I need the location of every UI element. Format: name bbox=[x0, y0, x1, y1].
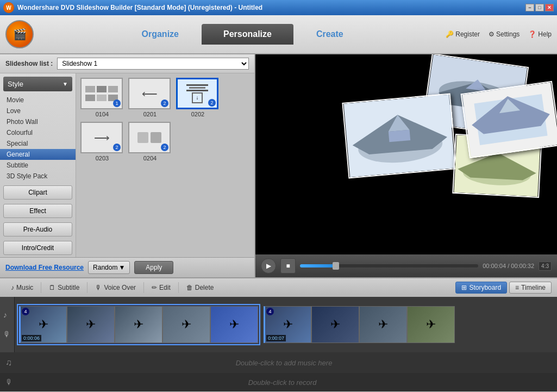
music-hint-text: Double-click to add music here bbox=[16, 359, 552, 367]
apply-button[interactable]: Apply bbox=[134, 261, 173, 274]
sidebar-item-subtitle[interactable]: Subtitle bbox=[0, 160, 76, 171]
progress-thumb[interactable] bbox=[333, 262, 339, 270]
slideshow-bar: Slideshow list : Slideshow 1 bbox=[0, 54, 254, 73]
music-icon: ♪ bbox=[11, 284, 14, 291]
thumb-inner-8: ✈ bbox=[360, 307, 406, 343]
settings-icon: ⚙ bbox=[489, 30, 495, 38]
storyboard-thumb-3[interactable]: ✈ bbox=[115, 306, 162, 343]
style-item-0202[interactable]: ↓ 2 0202 bbox=[176, 78, 220, 117]
jet-icon-5: ✈ bbox=[229, 318, 239, 332]
divider-3 bbox=[143, 282, 144, 293]
register-button[interactable]: 🔑 Register bbox=[446, 30, 480, 38]
jet-icon-2: ✈ bbox=[86, 318, 96, 332]
stop-button[interactable]: ■ bbox=[280, 258, 296, 273]
delete-tab[interactable]: 🗑 Delete bbox=[181, 282, 220, 294]
minimize-button[interactable]: − bbox=[525, 4, 534, 11]
music-area[interactable]: ♫ Double-click to add music here bbox=[0, 352, 557, 373]
storyboard-thumb-5[interactable]: ✈ bbox=[210, 306, 258, 343]
storyboard-thumb-2[interactable]: ✈ bbox=[67, 306, 115, 343]
grid-icon: ⊞ bbox=[461, 284, 467, 291]
sidebar-item-photowall[interactable]: Photo Wall bbox=[0, 116, 76, 127]
title-bar-buttons: − □ ✕ bbox=[525, 4, 554, 11]
record-area[interactable]: 🎙 Double-click to record bbox=[0, 373, 557, 391]
style-label-0204: 0204 bbox=[128, 155, 172, 161]
divider-1 bbox=[41, 282, 41, 293]
storyboard-thumb-4[interactable]: ✈ bbox=[162, 306, 210, 343]
tab-personalize[interactable]: Personalize bbox=[202, 24, 293, 45]
timeline-header: ♪ Music 🗒 Subtitle 🎙 Voice Over ✏ Edit 🗑… bbox=[0, 277, 557, 297]
storyboard-thumb-9[interactable]: ✈ bbox=[407, 306, 455, 343]
music-note-icon: ♫ bbox=[5, 358, 12, 368]
style-item-0203[interactable]: ⟶ 2 0203 bbox=[80, 122, 124, 161]
jet-icon-1: ✈ bbox=[39, 318, 48, 332]
tab-create[interactable]: Create bbox=[295, 24, 365, 45]
style-thumb-0202[interactable]: ↓ 2 bbox=[176, 78, 218, 109]
time-total: 00:00:32 bbox=[511, 263, 534, 269]
jet-icon-7: ✈ bbox=[330, 318, 340, 332]
style-item-0104[interactable]: 1 0104 bbox=[80, 78, 124, 117]
timeline-area: ♪ Music 🗒 Subtitle 🎙 Voice Over ✏ Edit 🗑… bbox=[0, 277, 557, 391]
preaudio-button[interactable]: Pre-Audio bbox=[3, 222, 72, 237]
storyboard-thumb-7[interactable]: ✈ bbox=[311, 306, 359, 343]
maximize-button[interactable]: □ bbox=[535, 4, 544, 11]
sidebar-item-myfav[interactable]: My Favorite bbox=[0, 182, 76, 183]
effect-button[interactable]: Effect bbox=[3, 204, 72, 218]
tab-organize[interactable]: Organize bbox=[120, 24, 201, 45]
slideshow-label: Slideshow list : bbox=[5, 60, 53, 67]
style-thumb-0204[interactable]: 2 bbox=[128, 122, 171, 153]
microphone-icon: 🎙 bbox=[5, 378, 13, 387]
close-button[interactable]: ✕ bbox=[545, 4, 554, 11]
help-button[interactable]: ❓ Help bbox=[528, 30, 552, 38]
mic-track-icon: 🎙 bbox=[3, 330, 11, 339]
style-thumb-0104[interactable]: 1 bbox=[80, 78, 123, 109]
voiceover-tab[interactable]: 🎙 Voice Over bbox=[90, 282, 141, 294]
view-buttons: ⊞ Storyboard ≡ Timeline bbox=[455, 282, 552, 294]
preview-photo-2 bbox=[342, 94, 456, 179]
settings-button[interactable]: ⚙ Settings bbox=[489, 30, 520, 38]
music-tab[interactable]: ♪ Music bbox=[5, 282, 39, 294]
thumb-badge-1: 4 bbox=[22, 308, 29, 315]
style-label-0104: 0104 bbox=[80, 111, 124, 117]
style-item-0201[interactable]: ⟵ 2 0201 bbox=[128, 78, 172, 117]
random-button[interactable]: Random ▼ bbox=[88, 261, 130, 274]
sidebar-list: Movie Love Photo Wall Colourful Special … bbox=[0, 95, 76, 183]
music-track-icon: ♪ bbox=[3, 310, 11, 319]
storyboard-label: Storyboard bbox=[469, 284, 501, 291]
sidebar-item-general[interactable]: General bbox=[0, 149, 76, 160]
sidebar-item-love[interactable]: Love bbox=[0, 105, 76, 116]
timeline-label: Timeline bbox=[521, 284, 546, 291]
timeline-view-button[interactable]: ≡ Timeline bbox=[509, 282, 552, 294]
left-panel-bottom: Download Free Resource Random ▼ Apply bbox=[0, 257, 254, 277]
style-thumb-0203[interactable]: ⟶ 2 bbox=[80, 122, 123, 153]
style-grid: 1 0104 ⟵ 2 0201 bbox=[76, 73, 254, 257]
clipart-button[interactable]: Clipart bbox=[3, 185, 72, 200]
sidebar-item-movie[interactable]: Movie bbox=[0, 95, 76, 105]
style-dropdown[interactable]: Style ▼ bbox=[3, 77, 72, 91]
preview-controls: ▶ ■ 00:00:04 / 00:00:32 4:3 bbox=[255, 254, 557, 277]
style-item-0204[interactable]: 2 0204 bbox=[128, 122, 172, 161]
sidebar-item-special[interactable]: Special bbox=[0, 138, 76, 149]
chevron-down-icon: ▼ bbox=[62, 81, 68, 87]
storyboard-thumb-6[interactable]: ✈ 4 0:00:07 bbox=[264, 306, 311, 343]
slideshow-select[interactable]: Slideshow 1 bbox=[57, 58, 249, 70]
edit-tab[interactable]: ✏ Edit bbox=[146, 282, 176, 294]
storyboard-left: ♪ 🎙 bbox=[0, 297, 15, 352]
introcredit-button[interactable]: Intro/Credit bbox=[3, 241, 72, 255]
subtitle-tab[interactable]: 🗒 Subtitle bbox=[43, 282, 85, 294]
download-link[interactable]: Download Free Resource bbox=[5, 264, 84, 271]
style-badge-0201: 2 bbox=[161, 99, 168, 107]
play-button[interactable]: ▶ bbox=[261, 258, 276, 273]
app-logo: 🎬 bbox=[5, 20, 34, 48]
storyboard-thumb-1[interactable]: ✈ 4 0:00:06 bbox=[19, 306, 67, 343]
app-logo-small: W bbox=[3, 2, 14, 13]
sidebar-item-3dstyle[interactable]: 3D Style Pack bbox=[0, 171, 76, 182]
style-badge-0204: 2 bbox=[161, 144, 168, 151]
style-thumb-0201[interactable]: ⟵ 2 bbox=[128, 78, 171, 109]
jet-icon-8: ✈ bbox=[378, 318, 388, 332]
jet-icon-6: ✈ bbox=[283, 318, 293, 332]
storyboard-thumb-8[interactable]: ✈ bbox=[359, 306, 407, 343]
storyboard-view-button[interactable]: ⊞ Storyboard bbox=[455, 282, 507, 294]
sidebar-item-colourful[interactable]: Colourful bbox=[0, 127, 76, 138]
title-bar-left: W Wondershare DVD Slideshow Builder [Sta… bbox=[3, 2, 262, 13]
progress-bar[interactable] bbox=[300, 264, 478, 267]
